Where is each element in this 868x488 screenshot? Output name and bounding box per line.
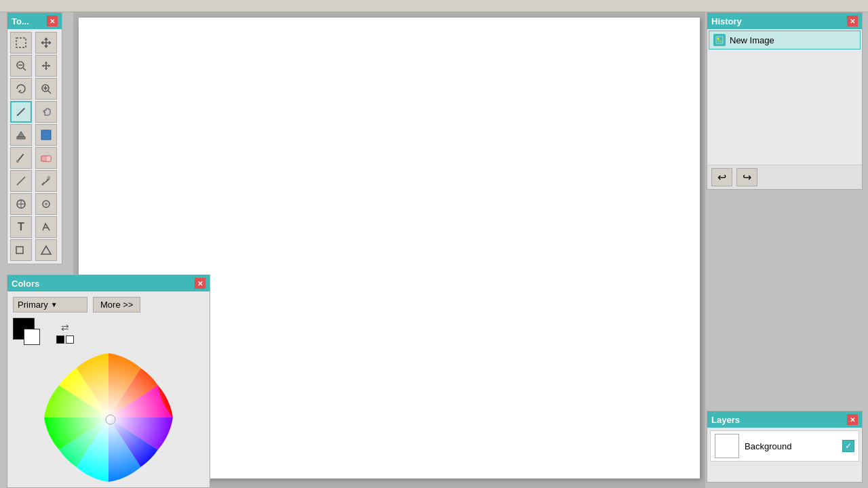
tool-move2[interactable] <box>35 55 57 77</box>
dropdown-arrow-icon: ▼ <box>51 301 58 308</box>
history-item-new-image[interactable]: New Image <box>709 30 861 49</box>
tool-zoom-out[interactable] <box>10 55 32 77</box>
tool-zoom-in[interactable] <box>35 78 57 100</box>
swap-colors-icon[interactable]: ⇄ <box>61 322 69 333</box>
svg-rect-12 <box>46 156 51 161</box>
tool-fill[interactable] <box>10 124 32 146</box>
more-button[interactable]: More >> <box>93 297 140 312</box>
redo-button[interactable]: ↪ <box>736 168 757 186</box>
layers-body: Background ✓ <box>707 428 862 482</box>
layers-close-button[interactable]: ✕ <box>847 414 858 425</box>
svg-point-24 <box>717 38 719 40</box>
colors-panel: Colors ✕ Primary ▼ More >> ⇄ <box>7 274 210 488</box>
tool-pencil[interactable] <box>10 101 32 123</box>
history-item-label: New Image <box>730 35 774 45</box>
tool-shape2[interactable] <box>35 239 57 261</box>
svg-point-27 <box>44 353 173 482</box>
tool-select[interactable] <box>10 32 32 54</box>
svg-point-19 <box>45 203 47 205</box>
undo-button[interactable]: ↩ <box>711 168 732 186</box>
toolbar-panel: To... ✕ <box>7 12 62 264</box>
toolbar-close-button[interactable]: ✕ <box>47 16 58 26</box>
tool-path[interactable] <box>35 216 57 238</box>
svg-marker-22 <box>41 246 51 254</box>
svg-rect-0 <box>16 38 26 47</box>
tool-eraser[interactable] <box>35 147 57 169</box>
history-close-button[interactable]: ✕ <box>847 16 858 26</box>
layers-panel: Layers ✕ Background ✓ <box>707 411 863 483</box>
svg-line-5 <box>48 91 51 94</box>
history-header: History ✕ <box>707 13 862 29</box>
svg-point-10 <box>16 160 19 163</box>
tool-heal[interactable] <box>35 193 57 215</box>
tool-eyedropper[interactable] <box>35 170 57 192</box>
layer-visibility-check[interactable]: ✓ <box>842 440 854 452</box>
top-bar <box>0 0 868 12</box>
layer-thumbnail <box>715 434 739 458</box>
primary-dropdown-label: Primary <box>18 300 48 310</box>
colors-body: Primary ▼ More >> ⇄ <box>7 291 210 487</box>
tool-line[interactable] <box>10 170 32 192</box>
tool-clone[interactable] <box>10 193 32 215</box>
tool-rect-select[interactable] <box>35 124 57 146</box>
tool-text[interactable]: T <box>10 216 32 238</box>
toolbar-title: To... <box>12 16 29 26</box>
history-footer: ↩ ↪ <box>707 165 862 189</box>
colors-close-button[interactable]: ✕ <box>195 278 205 289</box>
toolbar-header: To... ✕ <box>7 13 62 29</box>
tool-rotate[interactable] <box>10 78 32 100</box>
secondary-color-swatch[interactable] <box>24 329 40 345</box>
color-swatches-row: ⇄ <box>13 318 204 348</box>
tool-hand[interactable] <box>35 101 57 123</box>
new-image-icon <box>713 34 726 46</box>
color-wheel-container[interactable] <box>13 353 204 482</box>
colors-header: Colors ✕ <box>7 275 210 291</box>
svg-point-14 <box>47 176 50 179</box>
svg-rect-8 <box>17 137 25 139</box>
history-panel: History ✕ New Image ↩ ↪ <box>707 12 863 190</box>
svg-rect-9 <box>41 130 51 140</box>
layer-background[interactable]: Background ✓ <box>710 430 859 462</box>
history-title: History <box>711 16 742 26</box>
reset-background-icon[interactable] <box>66 336 74 344</box>
layers-title: Layers <box>711 415 740 425</box>
tool-shape1[interactable] <box>10 239 32 261</box>
layers-header: Layers ✕ <box>707 411 862 428</box>
svg-line-2 <box>23 68 26 70</box>
history-body: New Image <box>707 29 862 165</box>
svg-line-13 <box>17 177 25 185</box>
tool-move[interactable] <box>35 32 57 54</box>
svg-rect-21 <box>16 247 23 253</box>
primary-dropdown[interactable]: Primary ▼ <box>13 297 87 312</box>
colors-title: Colors <box>12 279 39 289</box>
reset-foreground-icon[interactable] <box>56 336 64 344</box>
tool-brush[interactable] <box>10 147 32 169</box>
tools-grid: T <box>7 29 62 264</box>
color-wheel[interactable] <box>44 353 173 482</box>
colors-top-row: Primary ▼ More >> <box>13 297 204 312</box>
layer-name: Background <box>745 441 842 451</box>
